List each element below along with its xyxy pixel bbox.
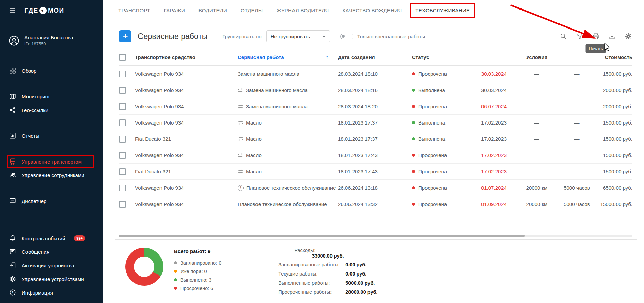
cell-due-date: 01.07.2024 [479, 185, 517, 191]
sidebar-item-event-control[interactable]: Контроль событий 99+ [0, 231, 103, 245]
header-conditions[interactable]: Условия [517, 54, 557, 60]
cell-vehicle: Volkswagen Polo 934 [135, 87, 238, 93]
table-row: Volkswagen Polo 934 Плановое техническое… [119, 196, 632, 212]
legend-dot-green [174, 278, 177, 281]
tab-driving-quality[interactable]: КАЧЕСТВО ВОЖДЕНИЯ [336, 0, 409, 21]
cell-cost: 1500.00 руб. [597, 169, 632, 174]
user-profile[interactable]: Анастасия Бонакова ID: 187559 [0, 35, 103, 46]
sidebar-item-information[interactable]: ? Информация [0, 286, 103, 299]
repeat-icon [238, 87, 243, 93]
sidebar-item-label: Активация устройства [22, 263, 74, 268]
search-button[interactable] [559, 32, 567, 40]
settings-button[interactable] [624, 32, 632, 40]
table-row: Volkswagen Polo 934 Замена машинного мас… [119, 98, 632, 115]
row-checkbox[interactable] [119, 71, 126, 77]
tab-drivers[interactable]: ВОДИТЕЛИ [192, 0, 234, 21]
row-checkbox[interactable] [119, 87, 126, 94]
header-vehicle[interactable]: Транспортное средство [135, 54, 238, 60]
alert-icon: ! [238, 185, 244, 191]
header-label: Сервисная работа [238, 54, 284, 60]
sidebar-item-label: Обзор [22, 68, 36, 74]
row-checkbox[interactable] [119, 152, 126, 159]
sidebar-item-reports[interactable]: Отчеты [0, 129, 103, 143]
header-cost[interactable]: Стоимость [597, 54, 632, 60]
expenses-summary: Расходы: 33000.00 руб. Запланированные р… [278, 248, 377, 297]
svg-text:?: ? [12, 290, 14, 294]
tab-garages[interactable]: ГАРАЖИ [157, 0, 192, 21]
tab-driver-journal[interactable]: ЖУРНАЛ ВОДИТЕЛЯ [269, 0, 336, 21]
total-works-label: Всего работ: 9 [174, 248, 221, 254]
download-button[interactable] [608, 32, 616, 40]
table-header: Транспортное средство Сервисная работа↑ … [119, 49, 632, 66]
sidebar-item-employee-management[interactable]: Управление сотрудниками [0, 168, 103, 182]
cell-due-date: 06.07.2024 [479, 103, 517, 109]
search-icon [560, 33, 567, 40]
cell-work: Масло [238, 169, 338, 174]
status-dot [412, 72, 415, 75]
row-checkbox[interactable] [119, 136, 126, 143]
sidebar-item-monitoring[interactable]: Мониторинг [0, 90, 103, 103]
unplanned-only-toggle[interactable] [340, 34, 353, 39]
select-all-checkbox[interactable] [119, 54, 126, 61]
unplanned-only-label: Только внеплановые работы [357, 34, 425, 39]
sidebar-item-overview[interactable]: Обзор [0, 64, 103, 77]
tab-departments[interactable]: ОТДЕЛЫ [234, 0, 269, 21]
cell-condition-hours: — [557, 136, 597, 142]
row-checkbox[interactable] [119, 119, 126, 126]
cell-vehicle: Fiat Ducato 321 [135, 136, 238, 142]
table-row: Volkswagen Polo 934 Масло 18.01.2023 17:… [119, 115, 632, 131]
menu-icon[interactable] [9, 7, 16, 14]
row-checkbox[interactable] [119, 103, 126, 110]
row-checkbox[interactable] [119, 185, 126, 191]
cell-condition-hours: — [557, 103, 597, 109]
tab-transport[interactable]: ТРАНСПОРТ [112, 0, 157, 21]
dashboard-icon [9, 67, 16, 74]
cell-cost: 6500.00 руб. [597, 185, 632, 191]
legend-dot-red [174, 287, 177, 290]
header-created-date[interactable]: Дата создания [338, 54, 412, 60]
cell-condition-hours: — [557, 152, 597, 158]
sidebar-item-dispatcher[interactable]: Диспетчер [0, 194, 103, 208]
expense-row: Запланированные работы: 0.00 руб. [278, 260, 377, 269]
row-checkbox[interactable] [119, 201, 126, 208]
cell-condition-km: — [517, 152, 557, 158]
group-by-label: Группировать по [222, 34, 261, 39]
sidebar-item-label: Управление устройствами [22, 276, 84, 282]
cell-work: Масло [238, 120, 338, 126]
cell-due-date: 17.02.2023 [479, 136, 517, 142]
cell-created: 28.03.2024 18:16 [338, 87, 412, 93]
repeat-icon [238, 103, 243, 109]
content: + Сервисные работы Группировать по Не гр… [103, 21, 644, 237]
chat-icon [9, 248, 16, 255]
filter-button[interactable] [575, 32, 584, 40]
sidebar-item-label: Управление сотрудниками [22, 172, 84, 178]
print-button[interactable]: Печать [592, 32, 600, 40]
cell-vehicle: Volkswagen Polo 934 [135, 103, 238, 109]
row-checkbox[interactable] [119, 168, 126, 175]
logo-compass-icon: ▲ [39, 7, 47, 14]
add-service-work-button[interactable]: + [119, 30, 131, 42]
sidebar-item-geo-links[interactable]: Гео-ссылки [0, 103, 103, 117]
cell-created: 18.01.2023 17:43 [338, 152, 412, 158]
cell-created: 26.06.2024 13:32 [338, 201, 412, 207]
sidebar-item-device-activation[interactable]: Активация устройства [0, 259, 103, 272]
share-icon [9, 106, 16, 114]
tab-maintenance[interactable]: ТЕХОБСЛУЖИВАНИЕ [409, 0, 476, 21]
sidebar-item-device-management[interactable]: Управление устройствами [0, 272, 103, 286]
header-service-work[interactable]: Сервисная работа↑ [238, 54, 338, 60]
header-status[interactable]: Статус [412, 54, 479, 60]
sidebar-item-fleet-management[interactable]: Управление транспортом [0, 155, 103, 168]
cell-condition-km: — [517, 136, 557, 142]
cell-status: Выполнена [412, 136, 479, 142]
scrollbar-thumb[interactable] [119, 235, 525, 237]
group-by-dropdown[interactable]: Не группировать [266, 30, 330, 42]
sidebar-item-messages[interactable]: Сообщения [0, 245, 103, 259]
events-badge: 99+ [74, 235, 85, 241]
status-dot [412, 105, 415, 108]
user-id: ID: 187559 [24, 41, 73, 46]
people-icon [9, 171, 16, 179]
cell-condition-km: — [517, 71, 557, 77]
device-login-icon [9, 262, 16, 269]
cell-work: Плановое техническое обслуживание [238, 201, 338, 207]
cell-cost: 15000.00 руб. [597, 201, 632, 207]
